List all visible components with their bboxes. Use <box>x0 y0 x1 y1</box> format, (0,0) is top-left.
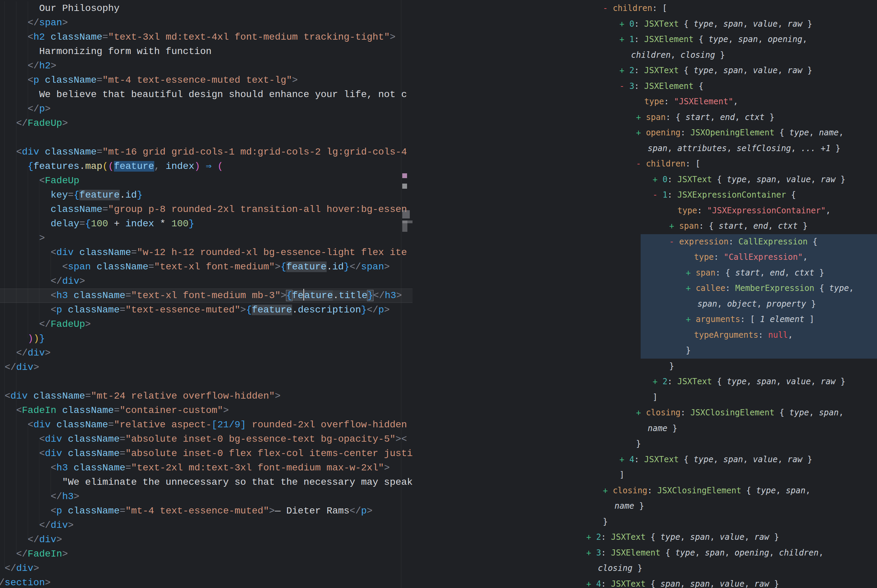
expand-toggle-icon[interactable]: + <box>653 175 662 184</box>
expand-toggle-icon[interactable]: + <box>619 454 629 464</box>
ast-node-row[interactable]: + span: { start, end, ctxt } <box>413 110 877 126</box>
code-line[interactable]: <span className="text-xl font-medium">{f… <box>0 260 413 274</box>
code-line[interactable]: <div className="absolute inset-0 flex fl… <box>0 447 413 461</box>
code-line[interactable]: </div> <box>0 360 413 375</box>
code-line[interactable]: </FadeUp> <box>0 317 413 332</box>
code-line[interactable]: key={feature.id} <box>0 188 413 202</box>
ast-node-row[interactable]: + closing: JSXClosingElement { type, spa… <box>413 483 877 499</box>
expand-toggle-icon[interactable]: + <box>586 532 596 542</box>
ast-node-row[interactable]: } <box>413 343 877 358</box>
code-line[interactable]: </h3> <box>0 489 413 504</box>
ast-node-row[interactable]: + callee: MemberExpression { type, <box>413 280 877 296</box>
code-line[interactable]: <FadeIn className="container-custom"> <box>0 404 413 418</box>
ast-node-row[interactable]: + 2: JSXText { type, span, value, raw } <box>413 63 877 79</box>
code-line[interactable]: </p> <box>0 102 413 116</box>
code-line[interactable]: {features.map((feature, index) ⇒ ( <box>0 159 413 174</box>
expand-toggle-icon[interactable]: + <box>636 112 646 122</box>
collapse-toggle-icon[interactable]: - <box>619 81 629 91</box>
code-line[interactable]: > <box>0 231 413 246</box>
ast-node-row[interactable]: ] <box>413 390 877 405</box>
ast-node-row[interactable]: type: "CallExpression", <box>413 249 877 265</box>
code-line[interactable]: <div className="mt-16 grid grid-cols-1 m… <box>0 145 413 159</box>
code-line[interactable]: </div> <box>0 518 413 532</box>
ast-node-row[interactable]: ] <box>413 467 877 483</box>
ast-node-row[interactable]: typeArguments: null, <box>413 327 877 343</box>
ast-node-row[interactable]: children, closing } <box>413 48 877 63</box>
collapse-toggle-icon[interactable]: - <box>670 237 679 246</box>
expand-toggle-icon[interactable]: + <box>686 315 696 324</box>
code-line[interactable]: </div> <box>0 346 413 360</box>
ast-node-row[interactable]: name } <box>413 421 877 436</box>
expand-toggle-icon[interactable]: + <box>636 408 646 417</box>
code-line[interactable]: </div> <box>0 532 413 547</box>
code-line[interactable] <box>0 130 413 145</box>
collapse-toggle-icon[interactable]: - <box>636 159 646 168</box>
code-line[interactable]: <p className="mt-4 text-essence-muted">—… <box>0 504 413 518</box>
expand-toggle-icon[interactable]: + <box>636 128 646 137</box>
ast-node-row[interactable]: + arguments: [ 1 element ] <box>413 312 877 327</box>
ast-node-row[interactable]: name } <box>413 498 877 514</box>
ast-node-row[interactable]: + 4: JSXText { span, span, value, raw } <box>413 576 877 588</box>
expand-toggle-icon[interactable]: + <box>653 377 662 386</box>
code-line[interactable] <box>0 375 413 389</box>
ast-node-row[interactable]: + 2: JSXText { type, span, value, raw } <box>413 374 877 390</box>
ast-node-row[interactable]: - expression: CallExpression { <box>413 234 877 250</box>
expand-toggle-icon[interactable]: + <box>686 284 696 293</box>
expand-toggle-icon[interactable]: + <box>686 268 696 278</box>
ast-node-row[interactable]: } <box>413 358 877 374</box>
code-line[interactable]: delay={100 + index * 100} <box>0 217 413 231</box>
ast-node-row[interactable]: - 1: JSXExpressionContainer { <box>413 188 877 203</box>
ast-node-row[interactable]: + span: { start, end, ctxt } <box>413 219 877 234</box>
ast-node-row[interactable]: } <box>413 514 877 530</box>
ast-node-row[interactable]: + opening: JSXOpeningElement { type, nam… <box>413 125 877 141</box>
expand-toggle-icon[interactable]: + <box>619 66 629 75</box>
ast-node-row[interactable]: - children: [ <box>413 156 877 172</box>
code-line[interactable]: </div> <box>0 274 413 288</box>
code-line[interactable]: <p className="text-essence-muted">{featu… <box>0 303 413 317</box>
ast-node-row[interactable]: span, attributes, selfClosing, ... +1 } <box>413 141 877 157</box>
code-line[interactable]: Our Philosophy <box>0 2 413 16</box>
ast-node-row[interactable]: + 4: JSXText { type, span, value, raw } <box>413 452 877 468</box>
ast-node-row[interactable]: span, object, property } <box>413 296 877 312</box>
code-line[interactable]: <h3 className="text-2xl md:text-3xl font… <box>0 461 413 475</box>
ast-node-row[interactable]: + 0: JSXText { type, span, value, raw } <box>413 16 877 32</box>
code-line[interactable]: </div> <box>0 561 413 576</box>
code-line[interactable]: </FadeUp> <box>0 116 413 130</box>
code-line[interactable]: </FadeIn> <box>0 547 413 561</box>
scrollbar-slider[interactable] <box>402 220 407 232</box>
code-line[interactable]: "We eliminate the unnecessary so that th… <box>0 475 413 489</box>
ast-node-row[interactable]: } <box>413 436 877 452</box>
code-line[interactable]: </span> <box>0 16 413 30</box>
code-line[interactable]: Harmonizing form with function <box>0 45 413 59</box>
ast-node-row[interactable]: - 3: JSXElement { <box>413 79 877 94</box>
ast-node-row[interactable]: closing } <box>413 561 877 576</box>
expand-toggle-icon[interactable]: + <box>603 486 613 495</box>
code-editor-pane[interactable]: Our Philosophy </span> <h2 className="te… <box>0 0 413 588</box>
collapse-toggle-icon[interactable]: - <box>603 3 613 13</box>
code-line[interactable]: <p className="mt-4 text-essence-muted te… <box>0 73 413 87</box>
collapse-toggle-icon[interactable]: - <box>653 190 662 200</box>
code-line[interactable]: </h2> <box>0 59 413 73</box>
ast-node-row[interactable]: type: "JSXElement", <box>413 94 877 110</box>
expand-toggle-icon[interactable]: + <box>619 19 629 29</box>
code-line[interactable]: <h2 className="text-3xl md:text-4xl font… <box>0 30 413 45</box>
code-line[interactable]: ))} <box>0 332 413 346</box>
expand-toggle-icon[interactable]: + <box>670 221 679 231</box>
expand-toggle-icon[interactable]: + <box>586 579 596 588</box>
ast-node-row[interactable]: type: "JSXExpressionContainer", <box>413 203 877 219</box>
expand-toggle-icon[interactable]: + <box>586 548 596 558</box>
code-line[interactable]: className="group p-8 rounded-2xl transit… <box>0 202 413 217</box>
code-line[interactable]: <h3 className="text-xl font-medium mb-3"… <box>0 288 413 303</box>
code-line[interactable]: <div className="absolute inset-0 bg-esse… <box>0 432 413 447</box>
ast-node-row[interactable]: + 0: JSXText { type, span, value, raw } <box>413 172 877 188</box>
code-line[interactable]: We believe that beautiful design should … <box>0 87 413 102</box>
ast-node-row[interactable]: + closing: JSXClosingElement { type, spa… <box>413 405 877 421</box>
ast-node-row[interactable]: + 3: JSXElement { type, span, opening, c… <box>413 545 877 561</box>
code-line[interactable]: <div className="w-12 h-12 rounded-xl bg-… <box>0 246 413 260</box>
ast-node-row[interactable]: - children: [ <box>413 1 877 16</box>
expand-toggle-icon[interactable]: + <box>619 34 629 44</box>
ast-node-row[interactable]: + 1: JSXElement { type, span, opening, <box>413 32 877 48</box>
ast-node-row[interactable]: + 2: JSXText { type, span, value, raw } <box>413 530 877 545</box>
code-line[interactable]: <div className="mt-24 relative overflow-… <box>0 389 413 404</box>
ast-node-row[interactable]: + span: { start, end, ctxt } <box>413 265 877 281</box>
